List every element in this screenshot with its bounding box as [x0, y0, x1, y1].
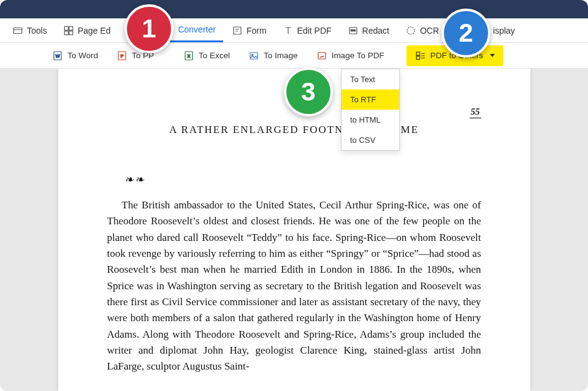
svg-rect-2	[69, 26, 72, 30]
tools-icon	[12, 25, 23, 36]
tab-label: Converter	[178, 25, 215, 34]
callout-1: 1	[124, 4, 174, 53]
tab-form[interactable]: Form	[224, 18, 274, 42]
tab-redact[interactable]: Redact	[340, 18, 397, 42]
tab-label: isplay	[493, 26, 515, 36]
button-label: To Word	[67, 51, 98, 60]
chevron-down-icon	[490, 54, 495, 57]
dropdown-item-to-rtf[interactable]: To RTF	[342, 89, 399, 110]
tab-label: Tools	[27, 26, 47, 36]
document-page: 55 A RATHER ENLARGED FOOTNOTE IN TIME ❧❧…	[58, 69, 530, 391]
svg-text:P: P	[121, 53, 124, 59]
edit-text-icon	[283, 25, 294, 36]
tab-bar: Tools Page Ed Converter Form Edit PDF Re…	[0, 18, 588, 43]
page-grid-icon	[63, 25, 74, 36]
svg-rect-18	[318, 52, 326, 59]
titlebar	[0, 0, 588, 18]
tab-ocr[interactable]: OCR	[398, 18, 446, 42]
svg-rect-20	[416, 56, 419, 59]
to-word-button[interactable]: W To Word	[45, 47, 105, 65]
dropdown-item-to-csv[interactable]: to CSV	[342, 130, 399, 150]
button-label: To Image	[264, 51, 298, 60]
ppt-icon: P	[116, 50, 128, 61]
svg-rect-4	[69, 31, 72, 34]
svg-rect-5	[234, 27, 241, 34]
dropdown-item-to-html[interactable]: to HTML	[342, 110, 399, 130]
tab-label: Redact	[362, 26, 389, 36]
svg-text:W: W	[55, 53, 60, 59]
tab-label: Page Ed	[78, 26, 111, 36]
to-image-button[interactable]: To Image	[241, 47, 305, 65]
dropdown-item-to-text[interactable]: To Text	[342, 69, 399, 89]
page-title: A RATHER ENLARGED FOOTNOTE IN TIME	[107, 124, 481, 136]
svg-rect-0	[13, 28, 22, 33]
tab-page-edit[interactable]: Page Ed	[56, 18, 118, 42]
page-paragraph: The British ambassador to the United Sta…	[107, 197, 481, 375]
page-number: 55	[470, 107, 481, 118]
svg-point-8	[407, 27, 414, 34]
image-to-pdf-icon	[316, 50, 327, 61]
callout-3: 3	[284, 67, 333, 116]
tab-edit-pdf[interactable]: Edit PDF	[275, 18, 339, 42]
others-icon	[415, 50, 426, 61]
tab-label: Edit PDF	[297, 26, 332, 36]
pdf-to-others-dropdown: To Text To RTF to HTML to CSV	[341, 69, 400, 151]
to-excel-button[interactable]: X To Excel	[176, 47, 237, 65]
form-icon	[232, 25, 243, 36]
svg-text:X: X	[188, 53, 191, 59]
svg-rect-16	[250, 52, 258, 59]
document-workspace: 55 A RATHER ENLARGED FOOTNOTE IN TIME ❧❧…	[0, 69, 588, 391]
svg-rect-1	[64, 26, 68, 30]
button-label: To Excel	[199, 51, 230, 60]
tab-label: OCR	[420, 26, 439, 36]
svg-rect-3	[64, 31, 68, 34]
sub-toolbar: W To Word P To PP X To Excel To Image Im…	[0, 43, 588, 69]
svg-rect-7	[351, 29, 356, 31]
tab-tools[interactable]: Tools	[5, 18, 55, 42]
button-label: Image To PDF	[332, 51, 384, 60]
svg-rect-19	[416, 52, 419, 55]
image-to-pdf-button[interactable]: Image To PDF	[309, 47, 392, 65]
image-icon	[248, 50, 259, 61]
excel-icon: X	[183, 50, 194, 61]
word-icon: W	[52, 50, 63, 61]
ocr-icon	[405, 25, 416, 36]
callout-2: 2	[441, 9, 491, 58]
tab-label: Form	[246, 26, 267, 36]
redact-icon	[348, 25, 359, 36]
page-flourish: ❧❧	[124, 173, 481, 186]
